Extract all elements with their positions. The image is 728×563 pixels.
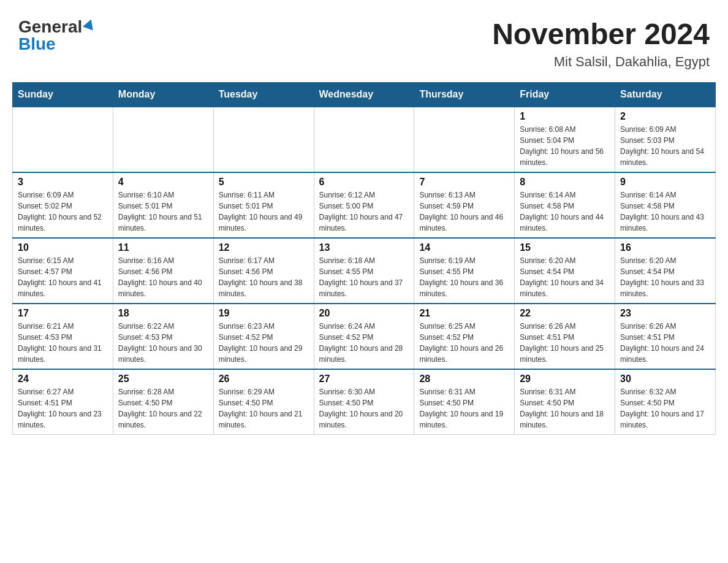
calendar-cell: 16Sunrise: 6:20 AM Sunset: 4:54 PM Dayli… (615, 238, 716, 304)
calendar-week-row: 3Sunrise: 6:09 AM Sunset: 5:02 PM Daylig… (13, 172, 716, 238)
calendar-cell: 26Sunrise: 6:29 AM Sunset: 4:50 PM Dayli… (213, 369, 314, 435)
day-number: 5 (219, 177, 309, 188)
day-number: 18 (118, 308, 208, 319)
calendar-cell: 19Sunrise: 6:23 AM Sunset: 4:52 PM Dayli… (213, 304, 314, 369)
day-info: Sunrise: 6:31 AM Sunset: 4:50 PM Dayligh… (419, 386, 509, 431)
day-info: Sunrise: 6:28 AM Sunset: 4:50 PM Dayligh… (118, 386, 208, 431)
day-info: Sunrise: 6:08 AM Sunset: 5:04 PM Dayligh… (520, 124, 610, 168)
day-number: 2 (620, 111, 710, 122)
day-info: Sunrise: 6:12 AM Sunset: 5:00 PM Dayligh… (319, 190, 409, 234)
calendar-cell: 10Sunrise: 6:15 AM Sunset: 4:57 PM Dayli… (13, 238, 113, 304)
day-info: Sunrise: 6:26 AM Sunset: 4:51 PM Dayligh… (620, 321, 710, 365)
calendar-cell: 15Sunrise: 6:20 AM Sunset: 4:54 PM Dayli… (515, 238, 615, 304)
calendar-cell: 14Sunrise: 6:19 AM Sunset: 4:55 PM Dayli… (414, 238, 515, 304)
day-number: 21 (419, 308, 509, 319)
title-area: November 2024 Mit Salsil, Dakahlia, Egyp… (492, 18, 710, 70)
day-number: 9 (620, 177, 710, 188)
day-info: Sunrise: 6:15 AM Sunset: 4:57 PM Dayligh… (18, 255, 108, 299)
calendar-cell (13, 107, 113, 172)
day-number: 4 (118, 177, 208, 188)
calendar-cell: 25Sunrise: 6:28 AM Sunset: 4:50 PM Dayli… (113, 369, 213, 435)
calendar-cell: 18Sunrise: 6:22 AM Sunset: 4:53 PM Dayli… (113, 304, 213, 369)
location-text: Mit Salsil, Dakahlia, Egypt (492, 54, 710, 70)
calendar-cell: 6Sunrise: 6:12 AM Sunset: 5:00 PM Daylig… (314, 172, 414, 238)
weekday-header-wednesday: Wednesday (314, 82, 414, 107)
day-info: Sunrise: 6:21 AM Sunset: 4:53 PM Dayligh… (18, 321, 108, 365)
calendar-week-row: 17Sunrise: 6:21 AM Sunset: 4:53 PM Dayli… (13, 304, 716, 369)
calendar-cell (314, 107, 414, 172)
calendar-cell: 17Sunrise: 6:21 AM Sunset: 4:53 PM Dayli… (13, 304, 113, 369)
day-number: 24 (18, 373, 108, 385)
logo-blue-text: Blue (18, 36, 56, 53)
page-header: General Blue November 2024 Mit Salsil, D… (12, 12, 716, 70)
calendar-cell: 5Sunrise: 6:11 AM Sunset: 5:01 PM Daylig… (213, 172, 314, 238)
day-info: Sunrise: 6:20 AM Sunset: 4:54 PM Dayligh… (520, 255, 610, 299)
day-number: 6 (319, 177, 409, 188)
calendar-week-row: 1Sunrise: 6:08 AM Sunset: 5:04 PM Daylig… (13, 107, 716, 172)
calendar-cell: 1Sunrise: 6:08 AM Sunset: 5:04 PM Daylig… (515, 107, 615, 172)
weekday-header-tuesday: Tuesday (213, 82, 314, 107)
calendar-cell: 11Sunrise: 6:16 AM Sunset: 4:56 PM Dayli… (113, 238, 213, 304)
day-number: 25 (118, 373, 208, 385)
calendar-cell: 3Sunrise: 6:09 AM Sunset: 5:02 PM Daylig… (13, 172, 113, 238)
day-number: 3 (18, 177, 108, 188)
calendar-cell: 21Sunrise: 6:25 AM Sunset: 4:52 PM Dayli… (414, 304, 515, 369)
day-info: Sunrise: 6:20 AM Sunset: 4:54 PM Dayligh… (620, 255, 710, 299)
calendar-cell: 2Sunrise: 6:09 AM Sunset: 5:03 PM Daylig… (615, 107, 716, 172)
day-info: Sunrise: 6:10 AM Sunset: 5:01 PM Dayligh… (118, 190, 208, 234)
day-info: Sunrise: 6:24 AM Sunset: 4:52 PM Dayligh… (319, 321, 409, 365)
day-number: 26 (219, 373, 309, 385)
day-number: 14 (419, 242, 509, 253)
day-info: Sunrise: 6:26 AM Sunset: 4:51 PM Dayligh… (520, 321, 610, 365)
day-number: 12 (219, 242, 309, 253)
calendar-week-row: 10Sunrise: 6:15 AM Sunset: 4:57 PM Dayli… (13, 238, 716, 304)
weekday-header-sunday: Sunday (13, 82, 113, 107)
day-info: Sunrise: 6:17 AM Sunset: 4:56 PM Dayligh… (219, 255, 309, 299)
calendar-cell (213, 107, 314, 172)
calendar-cell: 12Sunrise: 6:17 AM Sunset: 4:56 PM Dayli… (213, 238, 314, 304)
day-info: Sunrise: 6:13 AM Sunset: 4:59 PM Dayligh… (419, 190, 509, 234)
day-info: Sunrise: 6:14 AM Sunset: 4:58 PM Dayligh… (620, 190, 710, 234)
day-number: 16 (620, 242, 710, 253)
calendar-cell (414, 107, 515, 172)
day-number: 20 (319, 308, 409, 319)
weekday-header-thursday: Thursday (414, 82, 515, 107)
day-info: Sunrise: 6:27 AM Sunset: 4:51 PM Dayligh… (18, 386, 108, 431)
day-number: 10 (18, 242, 108, 253)
calendar-cell: 28Sunrise: 6:31 AM Sunset: 4:50 PM Dayli… (414, 369, 515, 435)
calendar-table: SundayMondayTuesdayWednesdayThursdayFrid… (12, 82, 716, 435)
day-info: Sunrise: 6:25 AM Sunset: 4:52 PM Dayligh… (419, 321, 509, 365)
day-info: Sunrise: 6:19 AM Sunset: 4:55 PM Dayligh… (419, 255, 509, 299)
day-info: Sunrise: 6:14 AM Sunset: 4:58 PM Dayligh… (520, 190, 610, 234)
calendar-cell: 24Sunrise: 6:27 AM Sunset: 4:51 PM Dayli… (13, 369, 113, 435)
day-number: 7 (419, 177, 509, 188)
calendar-cell: 20Sunrise: 6:24 AM Sunset: 4:52 PM Dayli… (314, 304, 414, 369)
calendar-cell: 22Sunrise: 6:26 AM Sunset: 4:51 PM Dayli… (515, 304, 615, 369)
calendar-cell: 7Sunrise: 6:13 AM Sunset: 4:59 PM Daylig… (414, 172, 515, 238)
day-number: 19 (219, 308, 309, 319)
day-info: Sunrise: 6:23 AM Sunset: 4:52 PM Dayligh… (219, 321, 309, 365)
calendar-week-row: 24Sunrise: 6:27 AM Sunset: 4:51 PM Dayli… (13, 369, 716, 435)
calendar-cell: 8Sunrise: 6:14 AM Sunset: 4:58 PM Daylig… (515, 172, 615, 238)
day-info: Sunrise: 6:16 AM Sunset: 4:56 PM Dayligh… (118, 255, 208, 299)
calendar-cell: 23Sunrise: 6:26 AM Sunset: 4:51 PM Dayli… (615, 304, 716, 369)
day-number: 15 (520, 242, 610, 253)
logo: General Blue (18, 18, 95, 53)
day-info: Sunrise: 6:18 AM Sunset: 4:55 PM Dayligh… (319, 255, 409, 299)
day-number: 28 (419, 373, 509, 385)
day-info: Sunrise: 6:31 AM Sunset: 4:50 PM Dayligh… (520, 386, 610, 431)
calendar-cell: 9Sunrise: 6:14 AM Sunset: 4:58 PM Daylig… (615, 172, 716, 238)
logo-general-text: General (18, 18, 82, 36)
day-info: Sunrise: 6:09 AM Sunset: 5:02 PM Dayligh… (18, 190, 108, 234)
day-number: 11 (118, 242, 208, 253)
day-info: Sunrise: 6:22 AM Sunset: 4:53 PM Dayligh… (118, 321, 208, 365)
calendar-cell: 4Sunrise: 6:10 AM Sunset: 5:01 PM Daylig… (113, 172, 213, 238)
day-info: Sunrise: 6:11 AM Sunset: 5:01 PM Dayligh… (219, 190, 309, 234)
day-info: Sunrise: 6:29 AM Sunset: 4:50 PM Dayligh… (219, 386, 309, 431)
day-number: 30 (620, 373, 710, 385)
day-number: 27 (319, 373, 409, 385)
month-title: November 2024 (492, 18, 710, 51)
day-number: 13 (319, 242, 409, 253)
calendar-cell: 30Sunrise: 6:32 AM Sunset: 4:50 PM Dayli… (615, 369, 716, 435)
calendar-cell (113, 107, 213, 172)
